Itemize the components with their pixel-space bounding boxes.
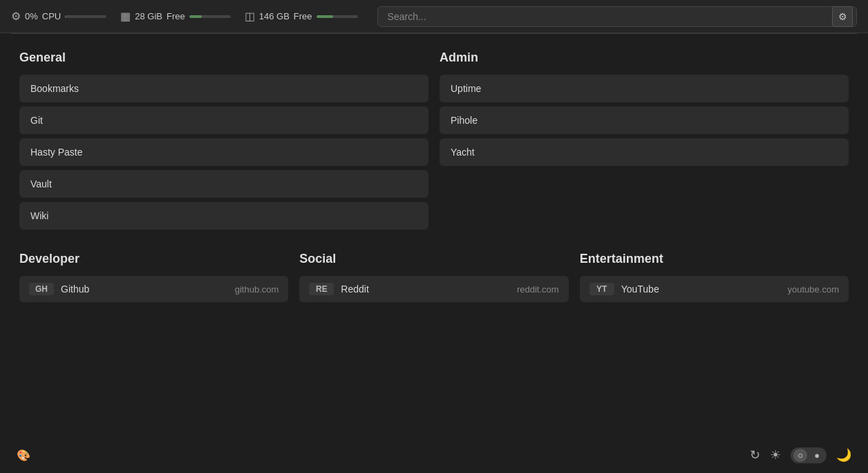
search-input[interactable] <box>377 6 857 27</box>
disk-status: Free <box>294 11 312 21</box>
palette-icon[interactable]: 🎨 <box>17 449 30 462</box>
footer: 🎨 ↻ ☀ ○ ● 🌙 <box>0 437 868 473</box>
admin-title: Admin <box>440 50 849 65</box>
github-url: github.com <box>235 284 279 295</box>
youtube-name: YouTube <box>621 284 781 295</box>
search-wrapper: ⚙ <box>377 6 857 27</box>
entertainment-item-youtube[interactable]: YT YouTube youtube.com <box>580 276 849 302</box>
youtube-url: youtube.com <box>788 284 839 295</box>
admin-item-uptime[interactable]: Uptime <box>440 75 849 102</box>
admin-section: Admin Uptime Pihole Yacht <box>440 50 849 230</box>
footer-left: 🎨 <box>17 449 30 462</box>
admin-item-yacht[interactable]: Yacht <box>440 138 849 166</box>
general-item-wiki[interactable]: Wiki <box>19 202 428 230</box>
ram-bar-fill <box>189 15 202 18</box>
disk-label: 146 GB <box>259 11 290 21</box>
youtube-badge: YT <box>589 283 614 295</box>
social-item-reddit[interactable]: RE Reddit reddit.com <box>299 276 568 302</box>
refresh-icon[interactable]: ↻ <box>750 447 760 463</box>
main-top: General Bookmarks Git Hasty Paste Vault … <box>0 34 868 241</box>
developer-item-github[interactable]: GH Github github.com <box>19 276 288 302</box>
general-title: General <box>19 50 428 65</box>
cpu-percent: 0% <box>25 11 38 21</box>
ram-status: Free <box>167 11 185 21</box>
admin-item-pihole[interactable]: Pihole <box>440 106 849 134</box>
general-item-hasty-paste[interactable]: Hasty Paste <box>19 138 428 166</box>
cpu-stat: ⚙ 0% CPU <box>11 10 106 23</box>
social-list: RE Reddit reddit.com <box>299 276 568 302</box>
general-card-list: Bookmarks Git Hasty Paste Vault Wiki <box>19 75 428 230</box>
ram-icon: ▦ <box>120 10 131 23</box>
social-title: Social <box>299 252 568 266</box>
general-item-vault[interactable]: Vault <box>19 170 428 198</box>
github-badge: GH <box>29 283 54 295</box>
developer-section: Developer GH Github github.com <box>19 252 288 302</box>
cpu-bar <box>65 15 106 18</box>
github-name: Github <box>61 284 228 295</box>
entertainment-section: Entertainment YT YouTube youtube.com <box>580 252 849 302</box>
disk-icon: ◫ <box>245 10 255 23</box>
ram-label: 28 GiB <box>135 11 162 21</box>
disk-bar <box>317 15 358 18</box>
disk-bar-fill <box>317 15 333 18</box>
footer-right: ↻ ☀ ○ ● 🌙 <box>750 447 851 463</box>
entertainment-title: Entertainment <box>580 252 849 266</box>
sun-icon[interactable]: ☀ <box>770 447 781 463</box>
topbar: ⚙ 0% CPU ▦ 28 GiB Free ◫ 146 GB Free ⚙ <box>0 0 868 33</box>
reddit-url: reddit.com <box>517 284 559 295</box>
social-section: Social RE Reddit reddit.com <box>299 252 568 302</box>
developer-title: Developer <box>19 252 288 266</box>
ram-bar <box>189 15 231 18</box>
moon-icon[interactable]: 🌙 <box>836 447 851 463</box>
theme-dark-option[interactable]: ● <box>810 449 824 462</box>
general-item-git[interactable]: Git <box>19 106 428 134</box>
cpu-label: CPU <box>42 11 61 21</box>
theme-light-option[interactable]: ○ <box>793 449 807 462</box>
main-bottom: Developer GH Github github.com Social RE… <box>0 241 868 313</box>
reddit-badge: RE <box>309 283 334 295</box>
cpu-icon: ⚙ <box>11 10 21 23</box>
search-button[interactable]: ⚙ <box>832 6 853 27</box>
developer-list: GH Github github.com <box>19 276 288 302</box>
theme-toggle[interactable]: ○ ● <box>791 447 827 463</box>
entertainment-list: YT YouTube youtube.com <box>580 276 849 302</box>
ram-stat: ▦ 28 GiB Free <box>120 10 230 23</box>
general-item-bookmarks[interactable]: Bookmarks <box>19 75 428 102</box>
general-section: General Bookmarks Git Hasty Paste Vault … <box>19 50 428 230</box>
disk-stat: ◫ 146 GB Free <box>245 10 358 23</box>
cpu-bar-fill <box>65 15 66 18</box>
reddit-name: Reddit <box>341 284 510 295</box>
admin-card-list: Uptime Pihole Yacht <box>440 75 849 166</box>
